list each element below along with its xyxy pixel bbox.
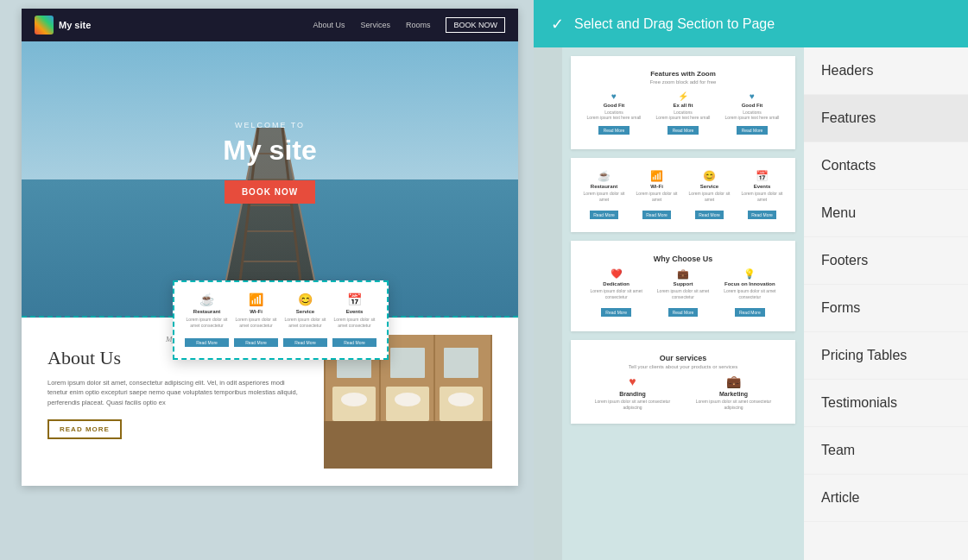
our-service-marketing: 💼 Marketing Lorem ipsum dolor sit amet c… — [686, 374, 781, 410]
service-restaurant: ☕ Restaurant Lorem ipsum dolor sit amet … — [579, 170, 629, 220]
branding-icon: ♥ — [629, 374, 636, 388]
our-services-section: Our services Tell your clients about you… — [578, 347, 788, 417]
why-title: Why Choose Us — [585, 255, 781, 263]
why-grid: ❤️ Dedication Lorem ipsum dolor sit amet… — [585, 268, 781, 318]
bolt-icon: ⚡ — [650, 91, 716, 101]
nav-link-about[interactable]: About Us — [313, 21, 345, 29]
sidebar-item-pricing[interactable]: Pricing Tables — [804, 332, 968, 380]
feature-3-title: Good Fit — [719, 103, 785, 108]
feature-item-1: ♥ Good Fit Locations Lorem ipsum text he… — [581, 91, 647, 135]
feature-1-btn[interactable]: Read More — [598, 126, 630, 135]
nav-link-services[interactable]: Services — [360, 21, 390, 29]
marketing-title: Marketing — [719, 391, 748, 397]
feature-2-btn[interactable]: Read More — [667, 126, 699, 135]
floating-service-title: Service — [283, 309, 327, 314]
service-wifi-title: Wi-Fi — [632, 184, 681, 189]
floating-service-text: Lorem ipsum dolor sit amet consectetur — [283, 317, 327, 328]
service-service-btn[interactable]: Read More — [695, 211, 724, 219]
floating-wifi-btn[interactable]: Read More — [234, 338, 278, 347]
floating-section-grid: ☕ Restaurant Lorem ipsum dolor sit amet … — [185, 293, 376, 348]
mockup-hero: WELCOME TO My site BOOK NOW — [22, 41, 518, 318]
floating-dragged-section: ☕ Restaurant Lorem ipsum dolor sit amet … — [173, 280, 389, 360]
why-dedication-btn[interactable]: Read More — [601, 308, 631, 317]
feature-item-3: ♥ Good Fit Locations Lorem ipsum text he… — [719, 91, 785, 135]
features-preview-card: Features with Zoom Free zoom block add f… — [571, 56, 795, 149]
why-dedication-icon: ❤️ — [585, 268, 648, 280]
features-card-sub: Free zoom block add for free — [581, 79, 785, 85]
about-read-more-btn[interactable]: READ MORE — [47, 419, 122, 439]
why-dedication-title: Dedication — [585, 281, 648, 286]
service-events-btn[interactable]: Read More — [748, 211, 776, 219]
feature-3-btn[interactable]: Read More — [737, 126, 769, 135]
sidebar-item-footers[interactable]: Footers — [804, 237, 968, 285]
floating-wifi-text: Lorem ipsum dolor sit amet consectetur — [234, 317, 278, 328]
check-icon: ✓ — [551, 15, 564, 34]
website-mockup: My site About Us Services Rooms BOOK NOW — [22, 9, 518, 486]
sidebar-item-features[interactable]: Features — [804, 95, 968, 142]
floating-restaurant-btn[interactable]: Read More — [185, 338, 229, 347]
nav-title: My site — [59, 20, 91, 30]
mockup-navbar: My site About Us Services Rooms BOOK NOW — [22, 9, 518, 41]
our-service-branding: ♥ Branding Lorem ipsum dolor sit amet co… — [585, 374, 680, 410]
floating-events-text: Lorem ipsum dolor sit amet consectetur — [332, 317, 376, 328]
why-dedication-text: Lorem ipsum dolor sit amet consectetur — [585, 288, 648, 299]
why-section: Why Choose Us ❤️ Dedication Lorem ipsum … — [578, 248, 788, 324]
floating-wifi-title: Wi-Fi — [234, 309, 278, 314]
marketing-text: Lorem ipsum dolor sit amet consectetur a… — [686, 399, 781, 410]
svg-rect-13 — [324, 421, 492, 469]
why-choose-us-card: Why Choose Us ❤️ Dedication Lorem ipsum … — [571, 241, 795, 331]
heart-icon-1: ♥ — [581, 91, 647, 101]
floating-restaurant-title: Restaurant — [185, 309, 229, 314]
why-innovation-text: Lorem ipsum dolor sit amet consectetur — [718, 288, 781, 299]
service-events: 📅 Events Lorem ipsum dolor sit amet Read… — [737, 170, 787, 220]
floating-events-btn[interactable]: Read More — [332, 338, 376, 347]
hero-welcome: WELCOME TO — [223, 121, 316, 129]
sidebar-item-forms[interactable]: Forms — [804, 285, 968, 332]
right-header-title: Select and Drag Section to Page — [574, 16, 775, 32]
nav-logo: My site — [35, 16, 91, 35]
sidebar-item-contacts[interactable]: Contacts — [804, 142, 968, 190]
nav-book-btn[interactable]: BOOK NOW — [446, 17, 505, 33]
logo-icon — [35, 16, 54, 35]
sidebar-item-team[interactable]: Team — [804, 427, 968, 475]
service-restaurant-title: Restaurant — [579, 184, 629, 189]
hero-book-btn[interactable]: BOOK NOW — [225, 180, 315, 204]
feature-1-title: Good Fit — [581, 103, 647, 108]
our-services-sub: Tell your clients about your products or… — [585, 364, 781, 369]
sidebar-item-article[interactable]: Article — [804, 475, 968, 522]
sidebar-nav: Headers Features Contacts Menu Footers F… — [804, 47, 968, 560]
sidebar-item-menu[interactable]: Menu — [804, 190, 968, 237]
why-support: 💼 Support Lorem ipsum dolor sit amet con… — [651, 268, 714, 318]
svg-rect-19 — [444, 348, 478, 378]
why-dedication: ❤️ Dedication Lorem ipsum dolor sit amet… — [585, 268, 648, 318]
service-wifi: 📶 Wi-Fi Lorem ipsum dolor sit amet Read … — [632, 170, 681, 220]
feature-item-2: ⚡ Ex all fit Locations Lorem ipsum text … — [650, 91, 716, 135]
floating-service-btn[interactable]: Read More — [283, 338, 327, 347]
events-icon: 📅 — [332, 293, 376, 306]
service-service: 😊 Service Lorem ipsum dolor sit amet Rea… — [685, 170, 734, 220]
our-services-card: Our services Tell your clients about you… — [571, 340, 795, 424]
svg-point-20 — [341, 393, 367, 406]
floating-events-title: Events — [332, 309, 376, 314]
service-restaurant-icon: ☕ — [579, 170, 629, 182]
service-wifi-btn[interactable]: Read More — [642, 211, 671, 219]
about-body: Lorem ipsum dolor sit amet, consectetur … — [47, 378, 307, 407]
floating-cell-events: 📅 Events Lorem ipsum dolor sit amet cons… — [332, 293, 376, 348]
branding-text: Lorem ipsum dolor sit amet consectetur a… — [585, 399, 680, 410]
floating-cell-wifi: 📶 Wi-Fi Lorem ipsum dolor sit amet conse… — [234, 293, 278, 348]
svg-point-22 — [448, 393, 474, 406]
preview-area[interactable]: Features with Zoom Free zoom block add f… — [562, 47, 804, 560]
sidebar-item-headers[interactable]: Headers — [804, 47, 968, 95]
service-wifi-icon: 📶 — [632, 170, 681, 182]
sidebar-item-testimonials[interactable]: Testimonials — [804, 380, 968, 427]
right-panel: ✓ Select and Drag Section to Page Featur… — [534, 0, 968, 560]
floating-cell-service: 😊 Service Lorem ipsum dolor sit amet con… — [283, 293, 327, 348]
heart-icon-2: ♥ — [719, 91, 785, 101]
service-events-text: Lorem ipsum dolor sit amet — [737, 191, 787, 202]
why-support-title: Support — [651, 281, 714, 286]
why-support-text: Lorem ipsum dolor sit amet consectetur — [651, 288, 714, 299]
nav-link-rooms[interactable]: Rooms — [406, 21, 431, 29]
why-innovation-btn[interactable]: Read More — [735, 308, 765, 317]
why-support-btn[interactable]: Read More — [668, 308, 699, 317]
service-restaurant-btn[interactable]: Read More — [590, 211, 618, 219]
